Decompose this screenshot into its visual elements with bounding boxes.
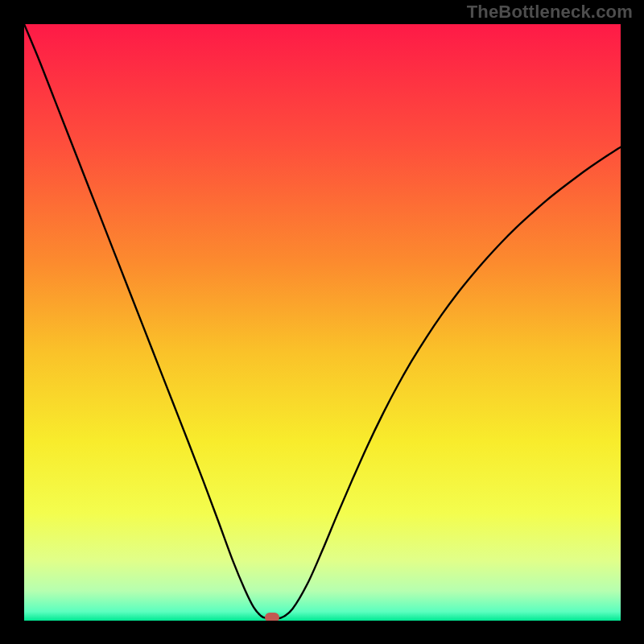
attribution-text: TheBottleneck.com (467, 2, 633, 23)
chart-frame: TheBottleneck.com (0, 0, 644, 644)
chart-svg (24, 24, 621, 621)
plot-area (24, 24, 621, 621)
gradient-backdrop (24, 24, 621, 621)
optimal-point-marker (265, 613, 279, 621)
